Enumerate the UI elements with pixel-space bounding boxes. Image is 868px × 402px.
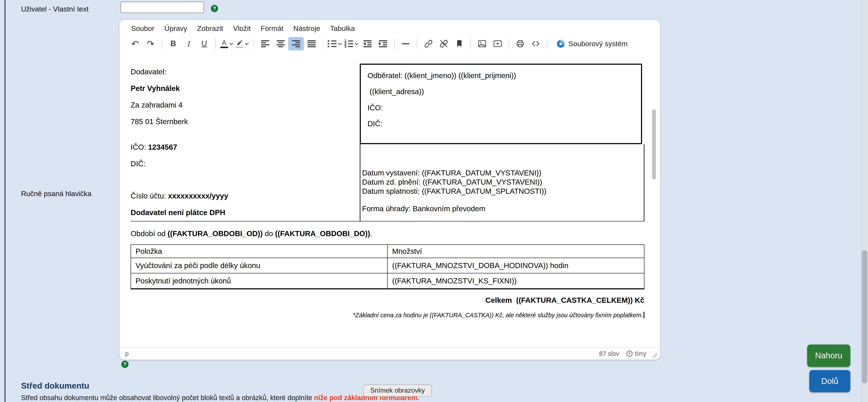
supplier-city: 785 01 Šternberk	[131, 117, 352, 126]
bookmark-icon	[455, 39, 464, 48]
editor-scrollbar-thumb[interactable]	[652, 109, 656, 179]
redo-icon: ↷	[147, 39, 154, 48]
supplier-heading: Dodavatel:	[131, 67, 352, 77]
scroll-up-button[interactable]: Nahoru	[807, 345, 850, 367]
customer-line: IČO:	[368, 103, 634, 112]
chevron-down-icon	[245, 42, 249, 46]
bullet-list-button[interactable]	[327, 37, 343, 50]
supplier-dic: DIČ:	[131, 159, 352, 168]
menu-table[interactable]: Tabulka	[325, 23, 360, 34]
print-button[interactable]	[513, 37, 528, 50]
spacer	[131, 134, 352, 142]
menu-view[interactable]: Zobrazit	[192, 23, 228, 34]
toolbar-separator	[547, 38, 548, 49]
source-code-button[interactable]	[528, 37, 544, 50]
bold-button[interactable]: B	[165, 37, 181, 50]
supplier-name: Petr Vyhnálek	[131, 84, 352, 93]
page: Uživatel - Vlastní text ? Ručně psaná hl…	[0, 0, 868, 402]
date-line: Datum zd. plnění: ((FAKTURA_DATUM_VYSTAV…	[362, 178, 547, 187]
align-justify-icon	[307, 40, 316, 48]
remove-link-button[interactable]	[436, 37, 452, 50]
filesystem-icon	[556, 39, 565, 48]
insert-media-button[interactable]	[490, 37, 505, 50]
invoice-items-table: Položka Množství Vyúčtování za péči podl…	[131, 245, 644, 289]
invoice-header: Dodavatel: Petr Vyhnálek Za zahradami 4 …	[131, 67, 644, 222]
menu-format[interactable]: Formát	[256, 23, 288, 34]
undo-button[interactable]: ↶	[127, 37, 143, 50]
supplier-block: Dodavatel: Petr Vyhnálek Za zahradami 4 …	[131, 67, 352, 224]
horizontal-rule-button[interactable]	[398, 37, 413, 50]
align-right-button[interactable]	[288, 37, 304, 50]
highlight-color-button[interactable]	[235, 37, 250, 50]
user-text-label: Uživatel - Vlastní text	[21, 5, 89, 13]
horizontal-rule-icon	[402, 43, 409, 44]
help-icon[interactable]: ?	[211, 5, 218, 12]
align-left-button[interactable]	[257, 37, 273, 50]
underline-button[interactable]: U	[196, 37, 212, 50]
toolbar-separator	[254, 38, 254, 49]
table-divider	[360, 144, 361, 221]
date-line: Datum splatnosti: ((FAKTURA_DATUM_SPLATN…	[362, 187, 547, 196]
invoice-footnote: *Základní cena za hodinu je ((FAKTURA_CA…	[131, 312, 644, 319]
rich-text-editor: Soubor Úpravy Zobrazit Vložit Formát Nás…	[120, 20, 660, 360]
highlighter-icon	[236, 39, 243, 48]
align-right-icon	[292, 40, 300, 48]
numbered-list-button[interactable]: 1 2 3	[343, 37, 360, 50]
indent-icon	[379, 40, 387, 48]
text-cursor	[644, 312, 644, 318]
italic-button[interactable]: I	[181, 37, 196, 50]
undo-icon: ↶	[131, 39, 139, 48]
supplier-street: Za zahradami 4	[131, 100, 352, 110]
align-center-icon	[277, 40, 285, 48]
align-justify-button[interactable]	[304, 37, 319, 50]
insert-link-button[interactable]	[421, 37, 436, 50]
screenshot-button[interactable]: Snímek obrazovky	[363, 384, 432, 397]
insert-image-button[interactable]	[474, 37, 490, 50]
menu-edit[interactable]: Úpravy	[159, 23, 192, 34]
numbered-list-icon: 1 2 3	[344, 40, 353, 48]
page-scrollbar-track[interactable]	[861, 0, 868, 402]
date-line: Datum vystavení: ((FAKTURA_DATUM_VYSTAVE…	[362, 168, 547, 178]
redo-button[interactable]: ↷	[143, 37, 158, 50]
scroll-down-button[interactable]: Dolů	[809, 370, 850, 392]
element-path[interactable]: p	[125, 350, 129, 357]
toolbar-separator	[417, 38, 417, 49]
cell: Vyúčtování za péči podle délky úkonu	[131, 258, 388, 273]
customer-line: ((klient_adresa))	[368, 87, 634, 96]
help-icon[interactable]: ?	[121, 361, 128, 368]
indent-button[interactable]	[375, 37, 391, 50]
page-scrollbar-thumb[interactable]	[862, 250, 867, 383]
middle-section-description: Střed obsahu dokumentu může obsahovat li…	[21, 394, 419, 402]
align-center-button[interactable]	[273, 37, 288, 50]
menu-insert[interactable]: Vložit	[228, 23, 256, 34]
cell: ((FAKTURA_MNOZSTVI_KS_FIXNI))	[388, 273, 644, 289]
word-count[interactable]: 87 slov	[599, 350, 619, 357]
media-icon	[493, 39, 502, 48]
cell: ((FAKTURA_MNOZSTVI_DOBA_HODINOVA)) hodin	[388, 258, 644, 273]
outdent-button[interactable]	[360, 37, 375, 50]
middle-section-title: Střed dokumentu	[21, 381, 89, 391]
filesystem-button-label: Souborový systém	[568, 39, 628, 48]
left-border-rule	[4, 0, 5, 402]
align-left-icon	[261, 40, 269, 48]
supplier-account: Číslo účtu: xxxxxxxxxx/yyyy	[131, 191, 352, 201]
filesystem-button[interactable]: Souborový systém	[553, 37, 631, 50]
chevron-down-icon	[354, 42, 359, 46]
table-divider	[644, 144, 644, 221]
user-text-input[interactable]	[121, 2, 204, 13]
anchor-button[interactable]	[452, 37, 467, 50]
resize-handle[interactable]	[652, 352, 658, 358]
tiny-logo[interactable]: tiny	[626, 350, 647, 357]
text-color-button[interactable]: A	[219, 37, 235, 50]
editor-content[interactable]: Dodavatel: Petr Vyhnálek Za zahradami 4 …	[120, 57, 660, 347]
table-row: Poskytnutí jednotných úkonů ((FAKTURA_MN…	[131, 273, 644, 289]
table-header-row: Položka Množství	[131, 245, 644, 258]
menu-file[interactable]: Soubor	[126, 23, 159, 34]
billing-period: Období od ((FAKTURA_OBDOBI_OD)) do ((FAK…	[131, 229, 644, 238]
menu-tools[interactable]: Nástroje	[288, 23, 325, 34]
outdent-icon	[363, 40, 372, 48]
toolbar-separator	[323, 38, 323, 49]
editor-menubar: Soubor Úpravy Zobrazit Vložit Formát Nás…	[120, 20, 660, 34]
table-row: Vyúčtování za péči podle délky úkonu ((F…	[131, 258, 644, 273]
customer-box: Odběratel: ((klient_jmeno)) ((klient_pri…	[360, 64, 642, 144]
